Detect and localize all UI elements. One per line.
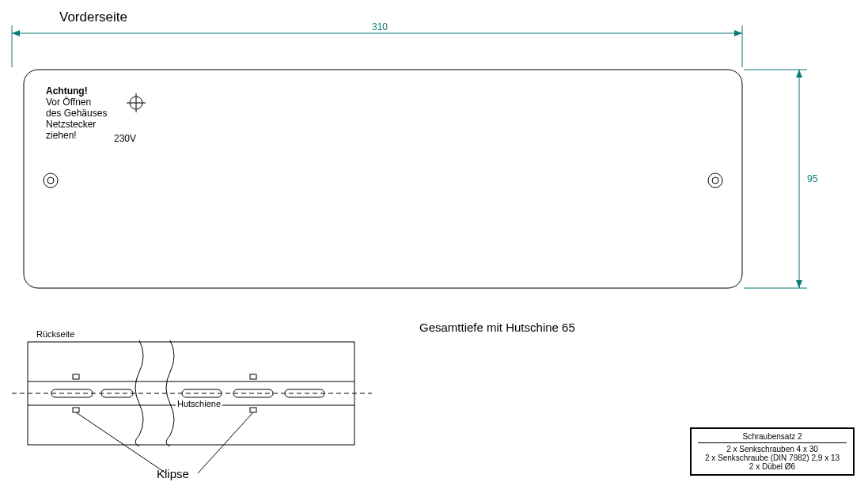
title-block-line2: 2 x Senkschraube (DIN 7982) 2,9 x 13 — [698, 454, 847, 462]
svg-rect-29 — [250, 374, 256, 379]
svg-rect-18 — [28, 342, 354, 445]
warning-line3: Netzstecker — [46, 119, 107, 130]
svg-marker-2 — [734, 30, 742, 36]
voltage-label: 230V — [114, 133, 136, 144]
drawing-svg: 310 95 — [0, 0, 868, 501]
svg-marker-1 — [12, 30, 20, 36]
svg-marker-6 — [796, 70, 802, 78]
title-block-line3: 2 x Dübel Ø6 — [698, 462, 847, 471]
back-view-label: Rückseite — [36, 329, 74, 339]
svg-line-32 — [198, 412, 253, 473]
svg-marker-7 — [796, 280, 802, 288]
svg-point-11 — [130, 97, 142, 109]
dim-height-text: 95 — [807, 173, 818, 184]
title-block-header: Schraubensatz 2 — [698, 432, 847, 443]
svg-rect-26 — [285, 389, 324, 397]
svg-point-14 — [44, 173, 58, 188]
warning-line1: Vor Öffnen — [46, 97, 107, 108]
warning-line2: des Gehäuses — [46, 108, 107, 119]
warning-title: Achtung! — [46, 85, 107, 97]
depth-note: Gesamttiefe mit Hutschine 65 — [419, 321, 575, 334]
svg-line-31 — [76, 412, 166, 473]
svg-rect-25 — [233, 389, 273, 397]
front-view-label: Vorderseite — [59, 9, 127, 25]
klipse-label: Klipse — [157, 467, 189, 480]
title-block: Schraubensatz 2 2 x Senkschrauben 4 x 30… — [690, 427, 855, 476]
dim-width-text: 310 — [372, 21, 388, 32]
svg-rect-22 — [51, 389, 93, 397]
title-block-line1: 2 x Senkschrauben 4 x 30 — [698, 445, 847, 454]
svg-rect-30 — [250, 408, 256, 412]
svg-rect-23 — [101, 389, 133, 397]
svg-rect-27 — [73, 374, 79, 379]
svg-point-17 — [712, 177, 718, 184]
svg-point-16 — [708, 173, 722, 188]
warning-line4: ziehen! — [46, 130, 107, 141]
svg-point-15 — [47, 177, 54, 184]
svg-rect-10 — [24, 70, 742, 288]
svg-rect-24 — [182, 389, 222, 397]
hutschiene-label: Hutschiene — [176, 399, 222, 408]
svg-rect-28 — [73, 408, 79, 412]
